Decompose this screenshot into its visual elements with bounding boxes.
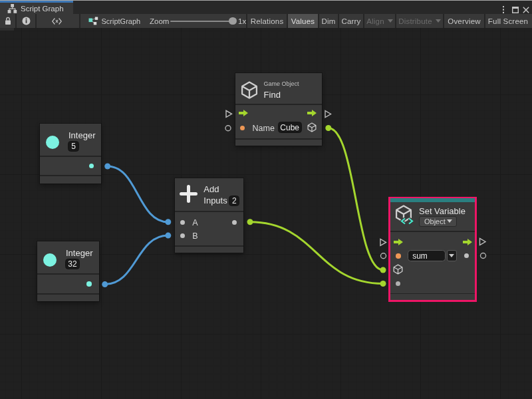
node-category: Game Object [264,80,299,87]
node-set-variable[interactable]: Set Variable Object sum [390,198,475,300]
wire-int5-to-addA[interactable] [108,166,168,222]
node-header: Add Inputs 2 [175,178,243,211]
integer-type-icon [43,253,57,267]
node-header: Integer 5 [40,124,101,156]
node-title: Integer [66,248,92,258]
target-gameobject-port-icon[interactable] [393,264,403,275]
wire-endpoint [165,219,171,225]
inputs-label: Inputs [203,196,227,205]
wire-endpoint [325,125,331,131]
node-integer-5[interactable]: Integer 5 [40,124,101,184]
wire-endpoint [104,164,110,170]
wire-endpoint [247,219,253,225]
wire-find-to-setvar[interactable] [329,128,383,271]
output-port-sum[interactable] [232,220,237,225]
port-triangle-setvar-enter[interactable] [380,239,386,245]
graph-tab-icon [7,4,17,13]
output-port-integer[interactable] [86,281,92,287]
zoom-slider-handle[interactable] [229,17,237,25]
input-port-variable-name[interactable] [396,253,401,259]
node-header: Set Variable Object [390,202,475,231]
control-out-arrow-icon[interactable] [307,110,317,116]
node-footer [40,176,101,184]
wire-endpoint [380,267,386,273]
node-body: sum [390,232,475,293]
port-b-label: B [192,231,198,241]
toolbar-button-align[interactable]: Align [364,14,395,28]
info-icon [22,17,31,25]
integer-value-field[interactable]: 5 [68,141,79,152]
port-circle-setvar-out[interactable] [481,253,486,259]
input-port-name[interactable] [240,126,245,131]
code-view-button[interactable] [37,14,79,28]
tab-script-graph[interactable]: Script Graph [0,1,73,14]
input-port-new-value[interactable] [396,281,400,286]
node-body [40,157,101,176]
name-label: Name [252,124,274,133]
graph-canvas[interactable]: Integer 5 Integer 32 Add Inputs [0,28,532,399]
control-in-arrow-icon[interactable] [239,110,248,116]
graph-toolbar-middle: ScriptGraph Zoom 1x [80,14,246,28]
node-header: Game Object Find [235,73,323,104]
node-integer-32[interactable]: Integer 32 [37,241,99,301]
output-port-value[interactable] [464,253,469,258]
node-gameobject-find[interactable]: Game Object Find Name Cube [235,73,323,146]
wire-endpoint [380,281,386,287]
input-port-a[interactable] [180,220,185,225]
graph-toolbar: ScriptGraph Zoom 1x Relations Values Dim… [0,14,532,28]
wire-int32-to-addB[interactable] [105,235,168,285]
port-triangle-find-enter[interactable] [226,110,232,117]
window-top-edge [0,0,532,1]
zoom-label: Zoom [150,17,169,25]
node-title: Integer [68,130,95,140]
tab-bar: Script Graph [0,1,532,14]
variable-name-field[interactable]: sum [408,250,446,261]
integer-type-icon [46,136,59,149]
inputs-count-field[interactable]: 2 [229,196,239,206]
name-dropdown-arrow-icon [449,254,454,257]
variable-name-dropdown[interactable] [447,250,458,261]
port-a-label: A [192,218,198,227]
add-plus-icon [180,185,198,203]
port-triangle-find-exit[interactable] [325,111,331,118]
kind-dropdown-arrow-icon [447,219,452,223]
toolbar-button-carry[interactable]: Carry [339,14,363,28]
toolbar-button-overview[interactable]: Overview [444,14,484,28]
toolbar-button-distribute[interactable]: Distribute [396,14,443,28]
variable-kind-dropdown[interactable]: Object [419,216,457,227]
node-footer [235,140,323,146]
align-dropdown-arrow-icon [388,19,393,23]
input-port-b[interactable] [180,233,185,238]
port-circle-find-name[interactable] [225,126,231,131]
lock-button[interactable] [0,14,15,28]
node-add[interactable]: Add Inputs 2 A B [175,178,243,253]
output-port-integer[interactable] [89,164,94,169]
toolbar-button-values[interactable]: Values [288,14,318,28]
node-body: Name Cube [235,105,323,138]
info-button[interactable] [17,14,35,28]
lock-icon [4,17,12,25]
name-value-field[interactable]: Cube [278,122,302,133]
port-circle-setvar-name[interactable] [381,253,386,259]
toolbar-button-dim[interactable]: Dim [319,14,338,28]
zoom-slider[interactable] [170,21,234,22]
code-view-icon [52,18,62,25]
variable-chevrons-icon [400,217,414,225]
node-footer [390,294,475,300]
toolbar-button-relations[interactable]: Relations [247,14,287,28]
control-in-arrow-icon[interactable] [394,239,403,245]
zoom-value: 1x [238,17,246,25]
toolbar-button-fullscreen[interactable]: Full Screen [485,14,531,28]
integer-value-field[interactable]: 32 [65,259,80,269]
toolbar-stub [0,28,14,31]
gameobject-port-icon[interactable] [307,122,317,132]
wire-endpoint [102,281,108,287]
gameobject-cube-icon [241,81,258,99]
graph-name-label: ScriptGraph [102,17,141,25]
port-triangle-setvar-exit[interactable] [480,239,486,245]
script-graph-icon [88,17,98,25]
wire-endpoint [165,233,171,239]
node-footer [175,247,243,253]
control-out-arrow-icon[interactable] [463,239,472,245]
node-title: Find [264,90,281,100]
